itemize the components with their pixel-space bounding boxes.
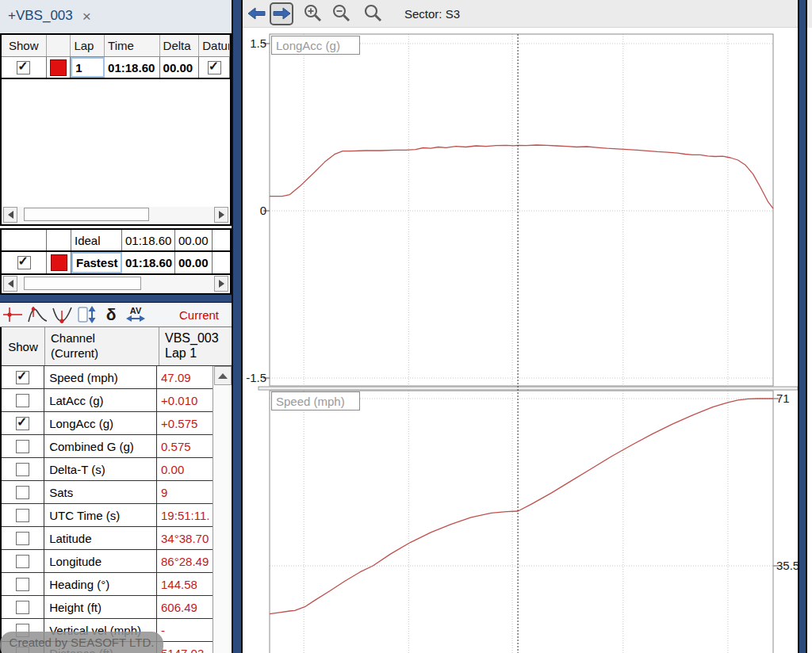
table-row: UTC Time (s)19:51:11.: [2, 504, 213, 527]
tab-close-icon[interactable]: ×: [82, 9, 91, 24]
y-axis-tick-label: -1.5: [243, 371, 266, 385]
tab-label: +VBS_003: [8, 8, 73, 24]
zoom-out-button[interactable]: [330, 2, 354, 25]
y-axis-tick-label: 35.5: [776, 559, 799, 573]
channel-name[interactable]: LongAcc (g): [44, 412, 157, 434]
lap-time-cell[interactable]: 01:18.60: [105, 57, 160, 78]
column-header-datum: Datum: [199, 35, 230, 56]
channel-value: 0.00: [157, 458, 213, 480]
longacc-series-label[interactable]: LongAcc (g): [271, 36, 360, 55]
table-row: Sats9: [2, 481, 213, 504]
min-point-icon[interactable]: [50, 304, 74, 325]
channel-value: 606.49: [157, 596, 213, 618]
scroll-left-button[interactable]: [3, 207, 17, 223]
channel-checkbox[interactable]: [16, 601, 29, 614]
channel-value: 86°28.49: [157, 550, 213, 572]
table-row: Latitude34°38.70: [2, 527, 213, 550]
scroll-right-button[interactable]: [214, 276, 228, 292]
channel-checkbox[interactable]: [16, 509, 29, 522]
channel-checkbox[interactable]: [16, 578, 29, 591]
vertical-scale-icon[interactable]: [75, 304, 98, 325]
speed-series-label[interactable]: Speed (mph): [271, 391, 360, 411]
scroll-left-button[interactable]: [3, 276, 17, 292]
result-time: 01:18.60: [122, 252, 175, 273]
channel-name[interactable]: Sats: [44, 481, 157, 503]
zoom-in-icon: [303, 3, 324, 24]
channel-show-cell: [2, 412, 44, 434]
chart-panel: Sector: S3 LongAcc (g) Speed (mph) 1.50-…: [243, 0, 798, 653]
channel-checkbox[interactable]: [16, 486, 29, 499]
left-arrow-icon: [247, 6, 266, 21]
channel-checkbox[interactable]: [16, 440, 29, 453]
right-arrow-icon: [272, 6, 292, 21]
table-row: Combined G (g)0.575: [2, 435, 213, 458]
mode-label: Current: [179, 308, 219, 322]
y-axis-tick-label: 1.5: [243, 36, 266, 51]
zoom-select-button[interactable]: [362, 2, 385, 25]
previous-sector-button[interactable]: [244, 2, 268, 25]
result-delta: 00.00: [175, 252, 213, 273]
channel-name[interactable]: Heading (°): [44, 573, 157, 595]
lap-delta-cell[interactable]: 00.00: [160, 57, 200, 78]
channel-name[interactable]: Longitude: [44, 550, 157, 572]
channel-name[interactable]: UTC Time (s): [44, 504, 157, 526]
channel-value: 47.09: [157, 366, 213, 388]
channel-checkbox[interactable]: [16, 417, 29, 430]
column-header-lap: Lap: [71, 35, 105, 56]
analysis-toolbar: δ AV Current: [0, 303, 232, 327]
channel-name[interactable]: Combined G (g): [44, 435, 157, 457]
series-line: [270, 145, 773, 208]
charts-svg: [243, 28, 798, 653]
results-grid-h-scrollbar[interactable]: [3, 276, 228, 292]
channel-name[interactable]: Latitude: [44, 527, 157, 549]
scroll-up-button[interactable]: [214, 366, 232, 385]
adjacent-panel-edge: [807, 0, 812, 653]
channel-checkbox[interactable]: [16, 394, 29, 407]
tab-bar: +VBS_003 ×: [0, 0, 232, 33]
result-name[interactable]: Fastest: [71, 252, 122, 273]
channel-value: 19:51:11.: [157, 504, 213, 526]
channel-name[interactable]: LatAcc (g): [44, 389, 157, 411]
channel-value: -: [157, 619, 213, 641]
tab-vbs003[interactable]: +VBS_003 ×: [0, 0, 99, 32]
channel-checkbox[interactable]: [16, 555, 29, 568]
panel-separator[interactable]: [798, 0, 807, 653]
column-header-color: [47, 35, 71, 56]
table-row: Longitude86°28.49: [2, 550, 213, 573]
column-header-value: VBS_003 Lap 1: [159, 327, 232, 365]
lap-color-swatch[interactable]: [50, 59, 67, 76]
table-row: Height (ft)606.49: [2, 596, 213, 619]
result-name[interactable]: Ideal: [71, 230, 122, 250]
panel-separator[interactable]: [232, 0, 243, 653]
channel-v-scrollbar[interactable]: [213, 366, 232, 653]
zoom-in-button[interactable]: [301, 2, 325, 25]
delta-icon[interactable]: δ: [99, 304, 123, 325]
channel-rows: Speed (mph)47.09LatAcc (g)+0.010LongAcc …: [2, 366, 213, 653]
lap-grid-h-scrollbar[interactable]: [3, 207, 228, 223]
table-row: LongAcc (g)+0.575: [2, 412, 213, 435]
table-row: LatAcc (g)+0.010: [2, 389, 213, 412]
fastest-color-swatch[interactable]: [51, 254, 67, 271]
lap-show-checkbox[interactable]: [17, 61, 30, 74]
channel-checkbox[interactable]: [16, 463, 29, 476]
channel-name[interactable]: Height (ft): [44, 596, 157, 618]
cursor-crosshair-icon[interactable]: [1, 304, 25, 325]
max-point-icon[interactable]: [25, 304, 49, 325]
scroll-thumb[interactable]: [24, 277, 141, 290]
channel-value: 5147.03: [157, 642, 213, 653]
average-width-icon[interactable]: AV: [124, 304, 147, 325]
left-right-arrow-icon: [126, 315, 145, 323]
channel-checkbox[interactable]: [16, 532, 29, 545]
lap-number-cell[interactable]: 1: [71, 57, 105, 78]
next-sector-button[interactable]: [270, 2, 293, 25]
fastest-show-checkbox[interactable]: [17, 256, 31, 269]
scroll-right-button[interactable]: [214, 207, 228, 223]
table-row: Speed (mph)47.09: [2, 366, 213, 389]
channel-name[interactable]: Delta-T (s): [44, 458, 157, 480]
chart-area[interactable]: LongAcc (g) Speed (mph) 1.50-1.57135.5: [243, 28, 798, 653]
channel-show-cell: [2, 435, 44, 457]
lap-datum-checkbox[interactable]: [208, 61, 221, 74]
channel-name[interactable]: Speed (mph): [44, 366, 157, 388]
scroll-thumb[interactable]: [24, 208, 149, 221]
channel-checkbox[interactable]: [16, 371, 29, 384]
